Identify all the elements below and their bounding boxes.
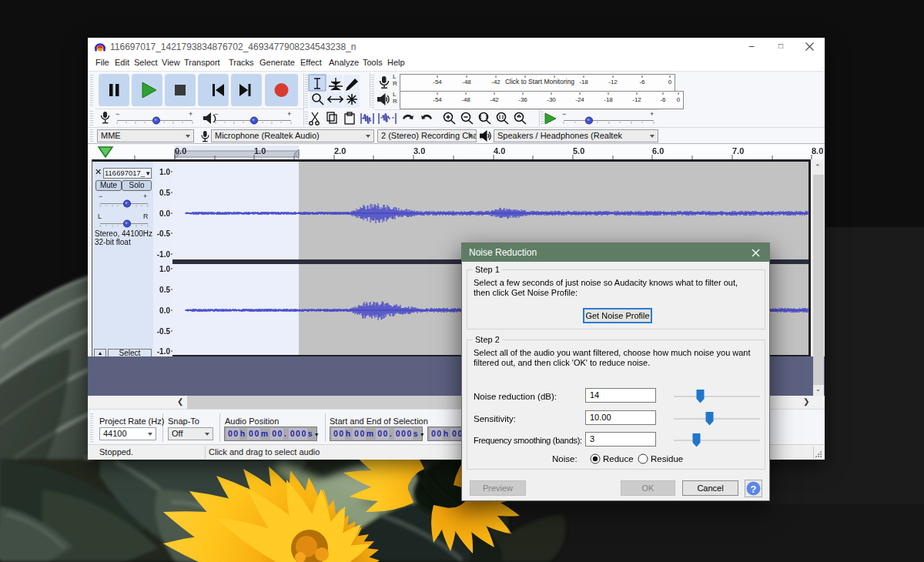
svg-text:−: − bbox=[116, 110, 119, 118]
svg-text:−: − bbox=[562, 110, 566, 118]
svg-text:−: − bbox=[214, 110, 218, 118]
svg-text:-18: -18 bbox=[579, 79, 588, 85]
svg-text:?: ? bbox=[751, 483, 757, 495]
svg-text:0.0: 0.0 bbox=[175, 146, 186, 156]
svg-text:1.0: 1.0 bbox=[254, 146, 266, 156]
svg-text:-48: -48 bbox=[461, 96, 470, 103]
svg-text:−: − bbox=[99, 192, 102, 200]
svg-text:0.0: 0.0 bbox=[159, 209, 170, 218]
svg-text:8.0: 8.0 bbox=[812, 146, 823, 156]
svg-text:-1.0: -1.0 bbox=[157, 347, 171, 356]
svg-text:-54: -54 bbox=[433, 96, 442, 103]
svg-text:+: + bbox=[650, 110, 654, 118]
svg-text:0: 0 bbox=[677, 96, 681, 103]
svg-text:-30: -30 bbox=[547, 96, 556, 103]
svg-text:-12: -12 bbox=[608, 79, 618, 85]
svg-text:+: + bbox=[189, 110, 192, 118]
svg-text:-24: -24 bbox=[575, 96, 584, 103]
svg-text:L: L bbox=[98, 212, 102, 220]
svg-text:-48: -48 bbox=[462, 79, 471, 85]
svg-text:-0.5: -0.5 bbox=[157, 327, 171, 336]
svg-text:-0.5: -0.5 bbox=[157, 229, 171, 238]
svg-text:6.0: 6.0 bbox=[652, 146, 664, 156]
svg-text:7.0: 7.0 bbox=[732, 146, 744, 156]
svg-text:Click to Start Monitoring: Click to Start Monitoring bbox=[505, 78, 574, 85]
svg-text:-1.0: -1.0 bbox=[157, 250, 171, 259]
svg-text:4.0: 4.0 bbox=[494, 146, 505, 156]
svg-text:+: + bbox=[287, 110, 291, 118]
svg-text:-36: -36 bbox=[518, 96, 527, 103]
svg-text:-6: -6 bbox=[660, 96, 666, 103]
svg-text:-6: -6 bbox=[639, 79, 645, 85]
svg-text:-42: -42 bbox=[490, 96, 499, 103]
svg-text:1.0: 1.0 bbox=[159, 265, 170, 273]
svg-text:R: R bbox=[143, 212, 149, 220]
svg-text:0.5: 0.5 bbox=[159, 189, 170, 197]
svg-text:0.0: 0.0 bbox=[159, 306, 170, 315]
svg-text:-54: -54 bbox=[433, 79, 442, 85]
svg-text:-18: -18 bbox=[604, 96, 613, 103]
svg-text:0: 0 bbox=[668, 79, 672, 85]
svg-text:-12: -12 bbox=[632, 96, 641, 103]
svg-text:0.5: 0.5 bbox=[159, 286, 170, 294]
svg-text:-42: -42 bbox=[491, 79, 500, 85]
svg-text:3.0: 3.0 bbox=[413, 146, 425, 156]
svg-text:+: + bbox=[143, 192, 147, 200]
svg-text:2.0: 2.0 bbox=[334, 146, 346, 156]
svg-text:1.0: 1.0 bbox=[159, 168, 170, 176]
svg-text:5.0: 5.0 bbox=[573, 146, 584, 156]
